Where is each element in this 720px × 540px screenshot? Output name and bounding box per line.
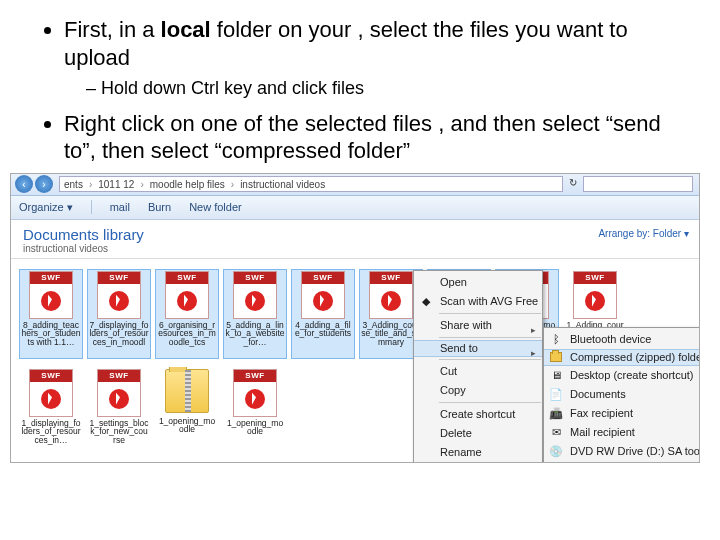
swf-icon: SWF xyxy=(29,271,73,319)
avg-icon: ◆ xyxy=(418,293,434,309)
sendto-compressed-folder[interactable]: Compressed (zipped) folder xyxy=(544,349,700,366)
library-header: Documents library instructional videos xyxy=(11,220,699,259)
sendto-submenu: ᛒBluetooth device Compressed (zipped) fo… xyxy=(543,327,700,463)
breadcrumb[interactable]: ents 1011 12 moodle help files instructi… xyxy=(59,176,563,192)
file-item[interactable]: SWF1_displaying_folders_of_resources_in… xyxy=(19,367,83,457)
mail-icon: ✉ xyxy=(548,424,564,440)
sendto-fax[interactable]: 📠Fax recipient xyxy=(544,404,700,423)
arrange-by[interactable]: Arrange by: Folder ▾ xyxy=(598,228,689,239)
file-item[interactable]: SWF6_organising_resources_in_moodle_tcs xyxy=(155,269,219,359)
bullet-1-sub: Hold down Ctrl key and click files xyxy=(86,77,690,100)
documents-icon: 📄 xyxy=(548,386,564,402)
b1-bold: local xyxy=(161,17,211,42)
swf-icon: SWF xyxy=(233,271,277,319)
bluetooth-icon: ᛒ xyxy=(548,331,564,347)
nav-back-button[interactable]: ‹ xyxy=(15,175,33,193)
search-input[interactable] xyxy=(583,176,693,192)
sendto-bluetooth[interactable]: ᛒBluetooth device xyxy=(544,330,700,349)
bullet-2: Right click on one of the selected files… xyxy=(64,110,690,165)
swf-icon: SWF xyxy=(369,271,413,319)
file-item[interactable]: SWF1_settings_block_for_new_course xyxy=(87,367,151,457)
ctx-delete[interactable]: Delete xyxy=(414,424,542,443)
new-folder-button[interactable]: New folder xyxy=(189,201,242,213)
explorer-screenshot: ‹ › ents 1011 12 moodle help files instr… xyxy=(10,173,700,463)
swf-icon: SWF xyxy=(29,369,73,417)
library-subtitle: instructional videos xyxy=(23,243,687,254)
zip-folder-icon xyxy=(165,369,209,413)
file-item[interactable]: SWF5_adding_a_link_to_a_website_for… xyxy=(223,269,287,359)
organize-button[interactable]: Organize ▾ xyxy=(19,201,73,214)
toolbar: Organize ▾ mail Burn New folder xyxy=(11,196,699,220)
ctx-send-to[interactable]: Send to xyxy=(414,340,542,357)
disc-icon: 💿 xyxy=(548,443,564,459)
context-menu: Open ◆Scan with AVG Free Share with Send… xyxy=(413,270,543,463)
swf-icon: SWF xyxy=(97,271,141,319)
zip-icon xyxy=(548,349,564,365)
swf-icon: SWF xyxy=(573,271,617,319)
file-item[interactable]: SWF8_adding_teachers_or_students with 1.… xyxy=(19,269,83,359)
burn-button[interactable]: Burn xyxy=(148,201,171,213)
sendto-documents[interactable]: 📄Documents xyxy=(544,385,700,404)
file-item[interactable]: SWF4_adding_a_file_for_students xyxy=(291,269,355,359)
b1-prefix: First, in a xyxy=(64,17,161,42)
file-item[interactable]: SWF7_displaying_folders_of_resources_in_… xyxy=(87,269,151,359)
ctx-open[interactable]: Open xyxy=(414,273,542,292)
swf-icon: SWF xyxy=(165,271,209,319)
mail-button[interactable]: mail xyxy=(110,201,130,213)
sendto-mail[interactable]: ✉Mail recipient xyxy=(544,423,700,442)
ctx-rename[interactable]: Rename xyxy=(414,443,542,462)
ctx-create-shortcut[interactable]: Create shortcut xyxy=(414,405,542,424)
library-title: Documents library xyxy=(23,226,687,243)
sendto-dvd[interactable]: 💿DVD RW Drive (D:) SA tool7 xyxy=(544,442,700,461)
ctx-cut[interactable]: Cut xyxy=(414,362,542,381)
swf-icon: SWF xyxy=(301,271,345,319)
swf-icon: SWF xyxy=(97,369,141,417)
file-item[interactable]: SWF1_opening_moodle xyxy=(223,367,287,457)
fax-icon: 📠 xyxy=(548,405,564,421)
ctx-copy[interactable]: Copy xyxy=(414,381,542,400)
nav-bar: ‹ › ents 1011 12 moodle help files instr… xyxy=(11,174,699,196)
swf-icon: SWF xyxy=(233,369,277,417)
file-item-zip[interactable]: 1_opening_moodle xyxy=(155,367,219,457)
bullet-1: First, in a local folder on your , selec… xyxy=(64,16,690,100)
sendto-desktop[interactable]: 🖥Desktop (create shortcut) xyxy=(544,366,700,385)
ctx-share-with[interactable]: Share with xyxy=(414,316,542,335)
nav-refresh-icon[interactable]: ↻ xyxy=(567,177,583,191)
desktop-icon: 🖥 xyxy=(548,367,564,383)
ctx-scan[interactable]: ◆Scan with AVG Free xyxy=(414,292,542,311)
nav-forward-button[interactable]: › xyxy=(35,175,53,193)
